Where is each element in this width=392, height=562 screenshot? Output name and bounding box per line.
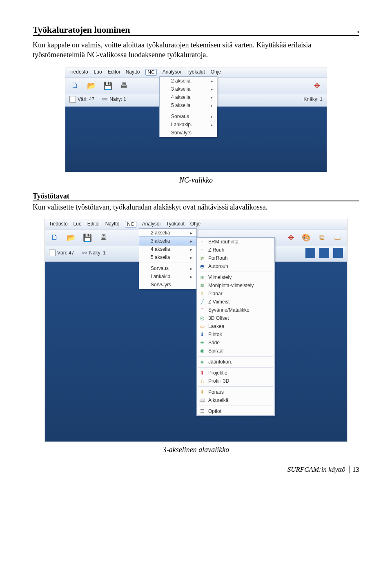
- menu-tyokalut[interactable]: Työkalut: [166, 221, 185, 227]
- nc-menu-sorvaus[interactable]: Sorvaus: [139, 264, 196, 272]
- color-label: Väri: 47: [57, 250, 74, 256]
- save-icon[interactable]: 💾: [102, 80, 114, 91]
- toolpath-icon: ⬇: [199, 389, 205, 395]
- footer-doc-title: SURFCAM:in käyttö: [287, 466, 345, 473]
- submenu-profiili-3d[interactable]: ⎍Profiili 3D: [197, 377, 274, 385]
- palette-icon[interactable]: 🎨: [301, 232, 312, 243]
- submenu-piirtok[interactable]: ⬇PiirtoK: [197, 330, 274, 339]
- nc-menu-lankakip[interactable]: Lankakip.: [139, 272, 196, 281]
- submenu-monipinta-viimeistely[interactable]: ≋Monipinta-viimeistely: [197, 281, 274, 290]
- nc-menu-5akselia[interactable]: 5 akselia: [160, 101, 217, 109]
- view-cube-icon[interactable]: [333, 248, 343, 258]
- nc-menu-2akselia[interactable]: 2 akselia: [160, 77, 217, 85]
- submenu-z-rouh[interactable]: ≡Z Rouh: [197, 246, 274, 254]
- submenu-item-label: Laakea: [208, 323, 224, 329]
- nc-menu-4akselia[interactable]: 4 akselia: [139, 245, 196, 253]
- submenu-arrow-icon: [190, 254, 192, 260]
- move-icon[interactable]: ✥: [311, 80, 323, 91]
- nc-menu-3akselia[interactable]: 3 akselia: [139, 236, 197, 245]
- nc-menu-item-label: Lankakip.: [171, 122, 192, 127]
- submenu-item-label: Jääntökon.: [208, 359, 232, 365]
- copy-icon[interactable]: ⧉: [316, 232, 327, 243]
- submenu-poraus[interactable]: ⬇Poraus: [197, 388, 274, 396]
- right-toolbar-icons: ✥ 🎨 ⧉ ▭: [285, 232, 343, 243]
- submenu-planar[interactable]: ≡Planar: [197, 290, 274, 298]
- menu-ohje[interactable]: Ohje: [211, 69, 221, 76]
- submenu-projektio[interactable]: ⬆Projektio: [197, 369, 274, 377]
- submenu-arrow-icon: [190, 274, 192, 279]
- color-chip[interactable]: Väri: 47: [49, 250, 74, 256]
- menu-editoi[interactable]: Editoi: [108, 69, 120, 76]
- submenu-spiraali[interactable]: ◉Spiraali: [197, 347, 274, 355]
- submenu-item-label: Optiot: [208, 408, 221, 414]
- new-file-icon[interactable]: 🗋: [69, 80, 81, 91]
- visibility-chip[interactable]: 👓 Näky: 1: [81, 250, 106, 256]
- nc-menu-sorvjyrs[interactable]: Sorv/Jyrs: [160, 129, 217, 137]
- print-icon[interactable]: 🖶: [118, 80, 130, 91]
- nc-menu-item-label: 4 akselia: [171, 94, 190, 100]
- submenu-viimeistely[interactable]: ≋Viimeistely: [197, 273, 274, 281]
- menu-luo[interactable]: Luo: [74, 221, 82, 227]
- menu-luo[interactable]: Luo: [94, 69, 102, 76]
- print-icon[interactable]: 🖶: [98, 232, 109, 243]
- nc-menu-5akselia[interactable]: 5 akselia: [139, 253, 196, 261]
- nc-menu-sorvaus[interactable]: Sorvaus: [160, 112, 217, 120]
- view-cube-icon[interactable]: [319, 248, 329, 258]
- open-file-icon[interactable]: 📂: [86, 80, 97, 91]
- nc-menu-item-label: Lankakip.: [151, 274, 172, 279]
- menu-tyokalut[interactable]: Työkalut: [187, 69, 205, 76]
- visibility-label: Näky: 1: [89, 250, 106, 256]
- square-icon[interactable]: ▭: [332, 232, 343, 243]
- submenu-syvanne-matalikko[interactable]: ⌃Syvänne/Matalikko: [197, 306, 274, 314]
- page-footer: SURFCAM:in käyttö 13: [33, 466, 359, 474]
- menu-ohje[interactable]: Ohje: [190, 221, 200, 227]
- menu-naytto[interactable]: Näyttö: [126, 69, 140, 76]
- knaky-chip[interactable]: Knäky: 1: [303, 96, 323, 102]
- view-cube-icon[interactable]: [305, 248, 315, 258]
- submenu-porrouh[interactable]: ≢PorRouh: [197, 254, 274, 262]
- move-icon[interactable]: ✥: [285, 232, 296, 243]
- nc-menu-item-label: Sorv/Jyrs: [151, 282, 171, 288]
- nc-menu-lankakip[interactable]: Lankakip.: [160, 120, 217, 129]
- toolpath-icon: ♣: [199, 359, 205, 365]
- toolpath-icon: ≡: [199, 290, 205, 297]
- menu-analysoi[interactable]: Analysoi: [163, 69, 181, 76]
- submenu-item-label: Z Rouh: [208, 247, 224, 253]
- nc-menu-4akselia[interactable]: 4 akselia: [160, 93, 217, 101]
- menu-editoi[interactable]: Editoi: [87, 221, 100, 227]
- submenu-srm-rouhinta[interactable]: ⌐SRM-rouhinta: [197, 238, 274, 246]
- submenu-autorouh[interactable]: ◓Autorouh: [197, 262, 274, 270]
- submenu-sade[interactable]: ✳Säde: [197, 339, 274, 347]
- submenu-3d-offset[interactable]: ◎3D Offset: [197, 314, 274, 322]
- submenu-arrow-icon: [211, 86, 213, 92]
- nc-menu-item-label: 2 akselia: [151, 230, 170, 236]
- new-file-icon[interactable]: 🗋: [49, 232, 60, 243]
- submenu-optiot[interactable]: ☰Optiot: [197, 407, 274, 415]
- color-chip[interactable]: Väri: 47: [69, 96, 94, 103]
- submenu-item-label: Alkureikä: [208, 397, 228, 403]
- menu-nc[interactable]: NC: [125, 221, 136, 227]
- save-icon[interactable]: 💾: [82, 232, 93, 243]
- submenu-alkureika[interactable]: 📖Alkureikä: [197, 396, 274, 404]
- toolpath-icon: ≡: [199, 247, 205, 253]
- screenshot-nc-menu: Tiedosto Luo Editoi Näyttö NC Analysoi T…: [65, 67, 327, 172]
- view-cubes: [305, 248, 343, 258]
- submenu-z-viimeist[interactable]: ╱Z Viimeist: [197, 298, 274, 306]
- menu-tiedosto[interactable]: Tiedosto: [49, 221, 68, 227]
- toolpath-icon: ╱: [199, 299, 205, 305]
- nc-menu-popup: 2 akselia 3 akselia 4 akselia 5 akselia …: [159, 76, 217, 137]
- toolpath-icon: ⌐: [199, 239, 205, 245]
- nc-menu-3akselia[interactable]: 3 akselia: [160, 85, 217, 93]
- open-file-icon[interactable]: 📂: [65, 232, 77, 243]
- submenu-laakea[interactable]: ▭Laakea: [197, 322, 274, 330]
- toolpath-icon: ≢: [199, 255, 205, 261]
- visibility-chip[interactable]: 👓 Näky: 1: [102, 96, 126, 102]
- menu-nc[interactable]: NC: [145, 69, 156, 76]
- toolpath-icon: ◓: [199, 263, 205, 270]
- menu-tiedosto[interactable]: Tiedosto: [69, 69, 88, 76]
- nc-menu-2akselia[interactable]: 2 akselia: [139, 229, 196, 237]
- submenu-jaantokon[interactable]: ♣Jääntökon.: [197, 358, 274, 366]
- menu-analysoi[interactable]: Analysoi: [142, 221, 160, 227]
- nc-menu-sorvjyrs[interactable]: Sorv/Jyrs: [139, 281, 196, 289]
- menu-naytto[interactable]: Näyttö: [105, 221, 120, 227]
